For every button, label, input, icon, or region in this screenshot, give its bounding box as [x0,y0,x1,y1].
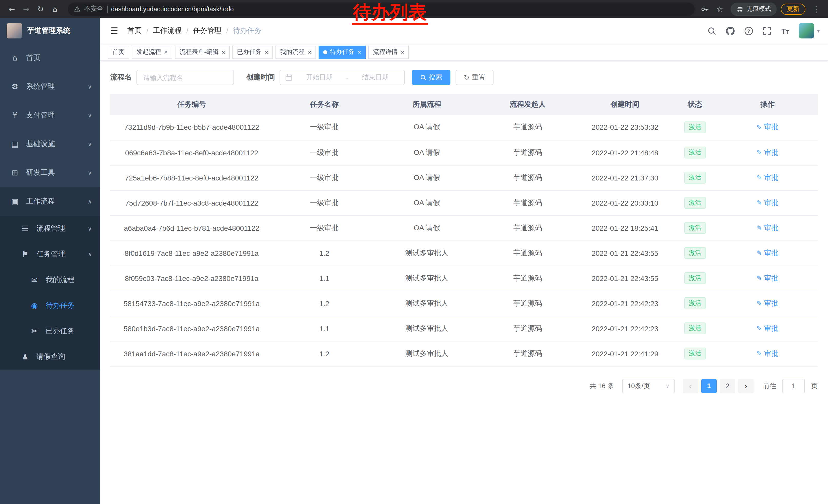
sidebar-item-my-process[interactable]: ✉ 我的流程 [0,267,100,293]
goto-page-input[interactable] [782,379,805,393]
create-time-label: 创建时间 [246,73,275,82]
annotation-overlay: 待办列表 [352,2,428,25]
sidebar-item-workflow[interactable]: ▣ 工作流程 ∧ [0,187,100,216]
close-icon[interactable]: × [221,49,225,55]
approve-button[interactable]: ✎审批 [756,248,779,258]
tab-form-edit[interactable]: 流程表单-编辑 × [175,45,230,59]
prev-page-button[interactable]: ‹ [683,379,698,393]
approve-button[interactable]: ✎审批 [756,123,779,132]
cell-task-name: 1.2 [273,240,376,266]
breadcrumb-workflow[interactable]: 工作流程 [153,26,181,35]
chevron-down-icon: ∨ [88,170,92,176]
forward-button[interactable]: → [19,2,33,16]
next-page-button[interactable]: › [738,379,754,393]
approve-button[interactable]: ✎审批 [756,173,779,182]
cell-task-id: 75d72608-7b7f-11ec-a3c8-acde48001122 [110,190,273,215]
status-badge: 激活 [684,322,706,334]
col-process: 所属流程 [376,94,478,115]
sidebar-item-todo-tasks[interactable]: ◉ 待办任务 [0,293,100,318]
key-icon[interactable] [701,5,709,13]
fullscreen-icon[interactable] [763,27,772,35]
process-name-input[interactable] [136,70,234,85]
close-icon[interactable]: × [264,49,268,55]
range-separator: - [346,74,348,81]
back-button[interactable]: ← [5,2,18,16]
reload-button[interactable]: ↻ [34,2,47,16]
sidebar-toggle[interactable]: ☰ [108,26,120,36]
sidebar-item-dev-tools[interactable]: ⊞ 研发工具 ∨ [0,158,100,187]
cell-task-name: 一级审批 [273,215,376,240]
cell-created: 2022-01-21 22:43:55 [577,240,672,266]
sidebar-item-infrastructure[interactable]: ▤ 基础设施 ∨ [0,130,100,158]
sidebar-item-home[interactable]: ⌂ 首页 [0,44,100,72]
close-icon[interactable]: × [400,49,404,55]
sidebar-item-process-mgmt[interactable]: ☰ 流程管理 ∨ [0,216,100,241]
chevron-down-icon: ▾ [817,28,820,34]
reset-button[interactable]: ↻ 重置 [456,70,494,85]
edit-icon: ✎ [756,174,762,182]
approve-button[interactable]: ✎审批 [756,349,779,358]
cell-process: 测试多审批人 [376,316,478,341]
avatar[interactable] [799,23,815,39]
sidebar-item-payment-mgmt[interactable]: ¥ 支付管理 ∨ [0,101,100,130]
help-icon[interactable]: ? [744,27,753,35]
user-menu[interactable]: ▾ [799,23,820,39]
github-icon[interactable] [726,27,735,35]
page-content: 流程名 创建时间 开始日期 - 结束日期 搜索 [100,61,828,504]
tab-start-process[interactable]: 发起流程 × [132,45,172,59]
sidebar-item-leave-query[interactable]: ♟ 请假查询 [0,344,100,370]
cell-task-name: 1.1 [273,316,376,341]
edit-icon: ✎ [756,124,762,131]
tab-my-process[interactable]: 我的流程 × [276,45,316,59]
cell-process: 测试多审批人 [376,266,478,291]
tab-todo-tasks[interactable]: 待办任务 × [319,45,366,59]
table-row: 73211d9d-7b9b-11ec-b5b7-acde48001122 一级审… [110,115,818,140]
cell-created: 2022-01-21 22:41:29 [577,341,672,366]
cell-task-id: 381aa1dd-7ac8-11ec-a9e2-a2380e71991a [110,341,273,366]
close-icon[interactable]: × [357,49,361,55]
home-button[interactable]: ⌂ [48,2,61,16]
bookmark-star-icon[interactable]: ☆ [713,2,727,16]
sidebar-item-system-mgmt[interactable]: ⚙ 系统管理 ∨ [0,72,100,101]
page-button-2[interactable]: 2 [720,379,735,393]
approve-button[interactable]: ✎审批 [756,274,779,283]
approve-button[interactable]: ✎审批 [756,324,779,333]
breadcrumb: 首页 / 工作流程 / 任务管理 / 待办任务 [127,26,262,35]
status-badge: 激活 [684,247,706,259]
cell-created: 2022-01-21 22:43:55 [577,266,672,291]
cell-task-id: 8f0d1619-7ac8-11ec-a9e2-a2380e71991a [110,240,273,266]
menu-dots-icon[interactable]: ⋮ [810,2,823,16]
page-size-select[interactable]: 10条/页 ∨ [622,379,675,393]
approve-button[interactable]: ✎审批 [756,148,779,157]
cell-initiator: 芋道源码 [478,140,577,165]
cell-task-name: 一级审批 [273,115,376,140]
approve-button[interactable]: ✎审批 [756,223,779,232]
sidebar-item-done-tasks[interactable]: ✂ 已办任务 [0,318,100,344]
col-task-id: 任务编号 [110,94,273,115]
font-size-icon[interactable]: TT [781,27,789,35]
col-task-name: 任务名称 [273,94,376,115]
date-range-picker[interactable]: 开始日期 - 结束日期 [280,70,405,85]
incognito-label: 无痕模式 [746,5,771,13]
update-button[interactable]: 更新 [781,3,805,15]
breadcrumb-task-mgmt[interactable]: 任务管理 [193,26,222,35]
message-icon: ✉ [30,275,39,284]
close-icon[interactable]: × [164,49,168,55]
table-row: 069c6a63-7b8a-11ec-8ef0-acde48001122 一级审… [110,140,818,165]
search-icon[interactable] [707,27,716,35]
close-icon[interactable]: × [307,49,312,55]
breadcrumb-home[interactable]: 首页 [127,26,142,35]
cell-task-id: 58154733-7ac8-11ec-a9e2-a2380e71991a [110,291,273,316]
tab-done-tasks[interactable]: 已办任务 × [233,45,273,59]
tab-home[interactable]: 首页 [108,45,129,59]
workflow-icon: ▣ [10,197,19,206]
sidebar-item-task-mgmt[interactable]: ⚑ 任务管理 ∧ [0,241,100,267]
approve-button[interactable]: ✎审批 [756,299,779,308]
cell-task-name: 一级审批 [273,165,376,190]
pagination-total: 共 16 条 [590,381,614,391]
page-button-1[interactable]: 1 [701,379,717,393]
warning-icon [74,6,81,12]
approve-button[interactable]: ✎审批 [756,198,779,208]
tab-process-detail[interactable]: 流程详情 × [368,45,409,59]
search-button[interactable]: 搜索 [412,70,450,85]
